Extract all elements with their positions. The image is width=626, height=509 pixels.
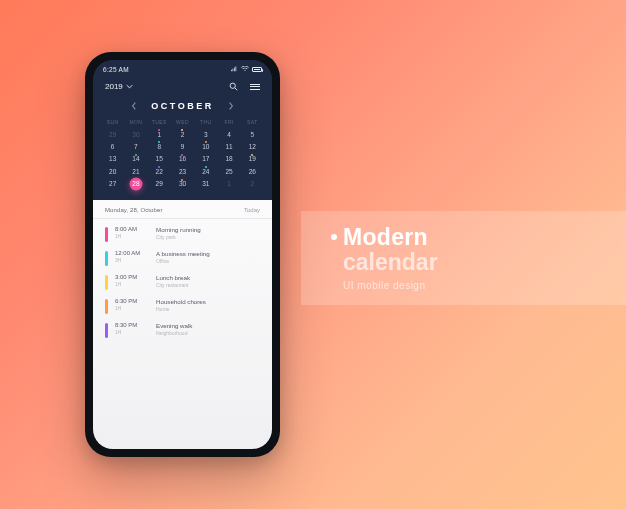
- weekday-label: MON: [124, 119, 147, 128]
- calendar-day[interactable]: 14: [124, 153, 147, 165]
- event-time: 8:30 PM1H: [115, 322, 149, 335]
- event-location: Home: [156, 306, 260, 312]
- svg-point-0: [230, 83, 235, 88]
- weekday-header: SUNMONTUESWEDTHUFRISAT: [101, 119, 264, 128]
- calendar-day[interactable]: 21: [124, 165, 147, 177]
- event-title: A business meetingOffice: [156, 250, 260, 264]
- today-link[interactable]: Today: [244, 207, 260, 213]
- calendar-day[interactable]: 22: [148, 165, 171, 177]
- bullet-icon: [331, 234, 337, 240]
- calendar-day[interactable]: 31: [194, 178, 217, 190]
- next-month-icon[interactable]: [228, 102, 234, 110]
- calendar-day[interactable]: 6: [101, 140, 124, 152]
- calendar-day[interactable]: 30: [124, 128, 147, 140]
- weekday-label: SUN: [101, 119, 124, 128]
- calendar-day[interactable]: 23: [171, 165, 194, 177]
- agenda-event[interactable]: 12:00 AM3HA business meetingOffice: [105, 246, 260, 270]
- calendar-day[interactable]: 18: [217, 153, 240, 165]
- calendar-day[interactable]: 25: [217, 165, 240, 177]
- agenda-event[interactable]: 8:00 AM1HMorning runningCity park: [105, 222, 260, 246]
- calendar-day[interactable]: 10: [194, 140, 217, 152]
- phone-frame: 6:25 AM 2019: [85, 52, 280, 457]
- year-selector[interactable]: 2019: [105, 82, 133, 91]
- chevron-down-icon: [126, 84, 133, 89]
- agenda-date: Monday, 28, October: [105, 207, 163, 213]
- status-time: 6:25 AM: [103, 66, 129, 73]
- calendar-day[interactable]: 11: [217, 140, 240, 152]
- calendar-day[interactable]: 4: [217, 128, 240, 140]
- agenda-header: Monday, 28, October Today: [93, 200, 272, 219]
- calendar-day[interactable]: 2: [171, 128, 194, 140]
- calendar-day[interactable]: 7: [124, 140, 147, 152]
- signal-icon: [230, 66, 238, 72]
- search-icon[interactable]: [229, 82, 238, 91]
- year-label: 2019: [105, 82, 123, 91]
- calendar-week: 293012345: [101, 128, 264, 140]
- calendar-day[interactable]: 13: [101, 153, 124, 165]
- calendar-day[interactable]: 30: [171, 178, 194, 190]
- promo-subtitle: UI mobile design: [343, 280, 626, 291]
- calendar-day[interactable]: 19: [241, 153, 264, 165]
- event-duration: 1H: [115, 305, 149, 311]
- app-bar: 2019: [93, 78, 272, 97]
- calendar-day[interactable]: 29: [101, 128, 124, 140]
- event-color-bar: [105, 299, 108, 314]
- status-bar: 6:25 AM: [93, 60, 272, 78]
- event-title: Household choresHome: [156, 298, 260, 312]
- agenda-event[interactable]: 6:30 PM1HHousehold choresHome: [105, 294, 260, 318]
- calendar-day[interactable]: 3: [194, 128, 217, 140]
- event-time: 12:00 AM3H: [115, 250, 149, 263]
- calendar-day[interactable]: 9: [171, 140, 194, 152]
- event-color-bar: [105, 227, 108, 242]
- calendar-day[interactable]: 1: [148, 128, 171, 140]
- event-location: City park: [156, 234, 260, 240]
- calendar-day[interactable]: 29: [148, 178, 171, 190]
- wifi-icon: [241, 66, 249, 72]
- event-duration: 1H: [115, 233, 149, 239]
- event-location: Office: [156, 258, 260, 264]
- calendar-day[interactable]: 12: [241, 140, 264, 152]
- calendar-day[interactable]: 8: [148, 140, 171, 152]
- calendar-day[interactable]: 28: [124, 178, 147, 190]
- event-time: 3:00 PM1H: [115, 274, 149, 287]
- calendar-day[interactable]: 17: [194, 153, 217, 165]
- agenda-event[interactable]: 8:30 PM1HEvening walkNeighborhood: [105, 318, 260, 342]
- weekday-label: SAT: [241, 119, 264, 128]
- phone-screen: 6:25 AM 2019: [93, 60, 272, 449]
- calendar-panel: 6:25 AM 2019: [93, 60, 272, 200]
- battery-icon: [252, 67, 262, 72]
- agenda-event[interactable]: 3:00 PM1HLunch breakCity restaurant: [105, 270, 260, 294]
- event-color-bar: [105, 251, 108, 266]
- menu-icon[interactable]: [250, 84, 260, 90]
- event-duration: 3H: [115, 257, 149, 263]
- weekday-label: TUES: [148, 119, 171, 128]
- calendar-day[interactable]: 24: [194, 165, 217, 177]
- month-switcher: OCTOBER: [93, 97, 272, 119]
- event-title: Morning runningCity park: [156, 226, 260, 240]
- weekday-label: WED: [171, 119, 194, 128]
- prev-month-icon[interactable]: [131, 102, 137, 110]
- event-location: Neighborhood: [156, 330, 260, 336]
- calendar-day[interactable]: 2: [241, 178, 264, 190]
- calendar-grid: SUNMONTUESWEDTHUFRISAT 29301234567891011…: [93, 119, 272, 200]
- event-time: 6:30 PM1H: [115, 298, 149, 311]
- event-title: Lunch breakCity restaurant: [156, 274, 260, 288]
- event-location: City restaurant: [156, 282, 260, 288]
- calendar-day[interactable]: 1: [217, 178, 240, 190]
- calendar-day[interactable]: 15: [148, 153, 171, 165]
- calendar-day[interactable]: 5: [241, 128, 264, 140]
- status-icons: [230, 66, 262, 72]
- event-title: Evening walkNeighborhood: [156, 322, 260, 336]
- event-color-bar: [105, 323, 108, 338]
- calendar-day[interactable]: 26: [241, 165, 264, 177]
- agenda-list[interactable]: 8:00 AM1HMorning runningCity park12:00 A…: [93, 219, 272, 342]
- agenda-panel: Monday, 28, October Today 8:00 AM1HMorni…: [93, 200, 272, 449]
- calendar-day[interactable]: 16: [171, 153, 194, 165]
- stage: 6:25 AM 2019: [0, 0, 626, 509]
- calendar-day[interactable]: 27: [101, 178, 124, 190]
- calendar-week: 13141516171819: [101, 153, 264, 165]
- calendar-week: 272829303112: [101, 178, 264, 190]
- calendar-day[interactable]: 20: [101, 165, 124, 177]
- event-duration: 1H: [115, 281, 149, 287]
- event-color-bar: [105, 275, 108, 290]
